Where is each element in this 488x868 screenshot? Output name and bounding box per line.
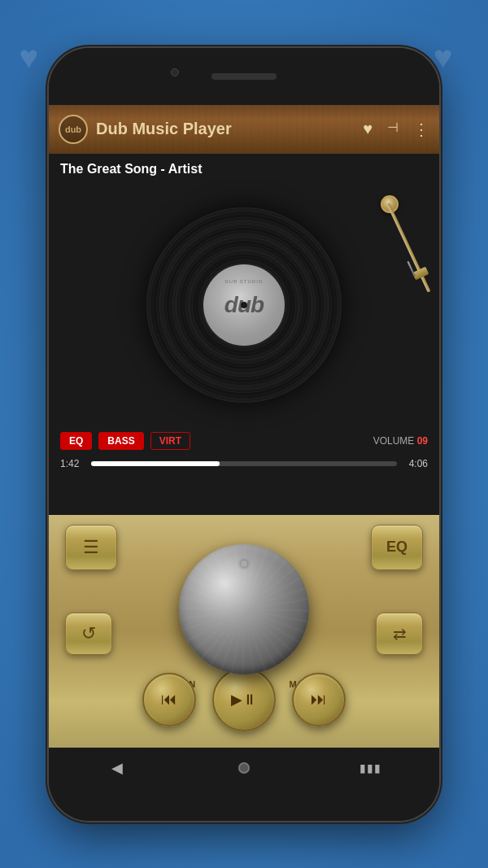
current-time: 1:42 xyxy=(60,458,85,469)
repeat-icon: ↺ xyxy=(81,623,96,644)
player-area: The Great Song - Artist DUB STUDIO dub xyxy=(49,154,439,515)
top-bar: dub Dub Music Player ♥ ⊣ ⋮ xyxy=(49,105,439,154)
phone-frame: dub Dub Music Player ♥ ⊣ ⋮ The Great Son… xyxy=(49,48,439,821)
repeat-button[interactable]: ↺ xyxy=(65,613,112,655)
bass-effect-button[interactable]: BASS xyxy=(98,432,143,450)
play-pause-button[interactable]: ▶⏸ xyxy=(212,668,276,731)
tonearm xyxy=(321,195,403,342)
phone-nav: ◀ ▮▮▮ xyxy=(49,748,439,788)
menu-nav-button[interactable]: ▮▮▮ xyxy=(355,756,387,780)
next-icon: ⏭ xyxy=(311,690,327,709)
vinyl-label: DUB STUDIO dub xyxy=(203,264,285,346)
phone-bezel-bottom xyxy=(49,788,439,821)
volume-knob[interactable] xyxy=(179,544,309,674)
vinyl-container: DUB STUDIO dub xyxy=(49,183,439,427)
eq-text: EQ xyxy=(386,539,407,556)
shuffle-button[interactable]: ⇄ xyxy=(376,613,423,655)
progress-fill xyxy=(91,461,220,466)
song-title: The Great Song - Artist xyxy=(49,154,439,183)
heart-icon[interactable]: ♥ xyxy=(363,120,373,139)
phone-screen: dub Dub Music Player ♥ ⊣ ⋮ The Great Son… xyxy=(49,105,439,788)
total-time: 4:06 xyxy=(403,458,428,469)
virt-effect-button[interactable]: VIRT xyxy=(150,432,190,450)
previous-button[interactable]: ⏮ xyxy=(142,673,196,726)
progress-track[interactable] xyxy=(91,461,397,466)
tonearm-needle xyxy=(407,260,416,276)
knob-wrapper xyxy=(179,544,309,674)
tonearm-head xyxy=(412,266,429,280)
vinyl-label-small: DUB STUDIO xyxy=(224,279,263,284)
next-button[interactable]: ⏭ xyxy=(292,673,346,726)
tonearm-arm xyxy=(386,203,430,292)
eq-effect-button[interactable]: EQ xyxy=(60,432,92,450)
transport-row: ⏮ ▶⏸ ⏭ xyxy=(142,668,346,731)
play-pause-icon: ▶⏸ xyxy=(231,691,257,709)
vinyl-record: DUB STUDIO dub xyxy=(146,207,342,403)
phone-camera xyxy=(171,68,179,76)
home-nav-button[interactable] xyxy=(238,762,250,774)
dub-logo-text: dub xyxy=(65,124,81,134)
more-options-icon[interactable]: ⋮ xyxy=(413,120,429,139)
eq-panel-button[interactable]: EQ xyxy=(371,525,423,570)
playlist-icon: ☰ xyxy=(83,537,99,558)
app-title: Dub Music Player xyxy=(96,120,363,138)
gold-panel: ☰ EQ MIN MAX VOLUME xyxy=(49,515,439,748)
equalizer-icon[interactable]: ⊣ xyxy=(387,120,399,139)
vinyl-center-hole xyxy=(241,302,247,308)
effects-row: EQ BASS VIRT VOLUME 09 xyxy=(49,427,439,455)
knob-indicator-dot xyxy=(241,560,247,567)
top-icons: ♥ ⊣ ⋮ xyxy=(363,120,429,139)
volume-number: 09 xyxy=(417,435,428,447)
dub-logo: dub xyxy=(59,115,88,144)
progress-row: 1:42 4:06 xyxy=(49,455,439,473)
previous-icon: ⏮ xyxy=(161,690,177,709)
playlist-button[interactable]: ☰ xyxy=(65,525,117,570)
back-nav-button[interactable]: ◀ xyxy=(101,756,133,780)
shuffle-icon: ⇄ xyxy=(393,624,407,643)
phone-bezel-top xyxy=(49,48,439,105)
phone-speaker xyxy=(211,73,277,80)
volume-display: VOLUME 09 xyxy=(373,435,428,447)
